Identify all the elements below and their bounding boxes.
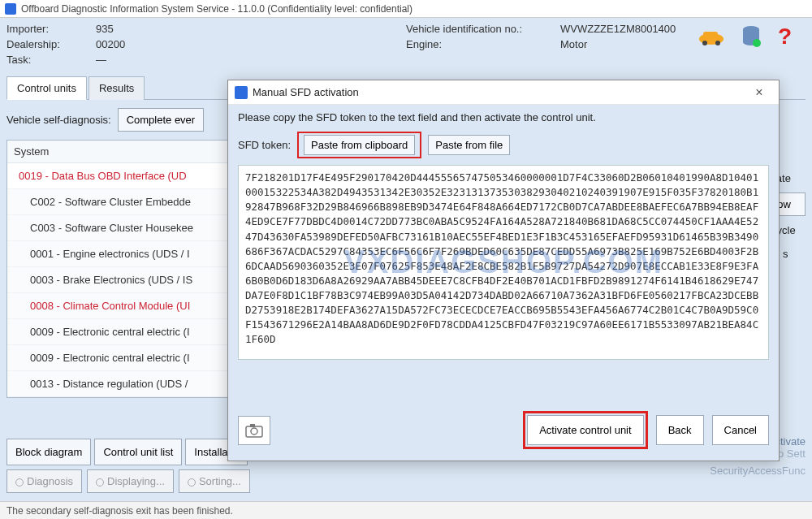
paste-clipboard-button[interactable]: Paste from clipboard xyxy=(304,135,415,155)
diagnosis-button[interactable]: Diagnosis xyxy=(6,469,82,493)
dealership-value: 00200 xyxy=(96,38,125,50)
svg-rect-3 xyxy=(703,32,718,38)
control-unit-list-button[interactable]: Control unit list xyxy=(94,439,182,465)
sorting-button[interactable]: Sorting... xyxy=(179,469,250,493)
close-icon[interactable]: × xyxy=(746,85,772,100)
svg-point-2 xyxy=(715,41,720,45)
list-item[interactable]: C003 - Software Cluster Housekee xyxy=(7,215,233,241)
toolbar-icons: ? xyxy=(697,24,797,49)
importer-label: Importer: xyxy=(6,23,96,35)
sfd-token-textarea[interactable]: 7F218201D17F4E495F290170420D444555657475… xyxy=(238,165,769,360)
dialog-title: Manual SFD activation xyxy=(253,86,359,98)
car-icon[interactable] xyxy=(697,28,726,45)
tab-control-units[interactable]: Control units xyxy=(6,76,87,100)
vin-label: Vehicle identification no.: xyxy=(406,23,560,35)
back-button[interactable]: Back xyxy=(656,415,704,445)
list-item[interactable]: 0003 - Brake Electronics (UDS / IS xyxy=(7,267,233,293)
list-item[interactable]: 0009 - Electronic central electric (I xyxy=(7,345,233,371)
svg-point-10 xyxy=(251,428,257,435)
svg-point-7 xyxy=(753,39,761,47)
task-label: Task: xyxy=(6,54,96,66)
importer-value: 935 xyxy=(96,23,114,35)
activate-control-unit-button[interactable]: Activate control unit xyxy=(527,415,643,445)
svg-text:?: ? xyxy=(778,24,792,49)
grey-bar: Diagnosis Displaying... Sorting... xyxy=(6,469,250,493)
engine-value: Motor xyxy=(560,38,587,50)
tab-results[interactable]: Results xyxy=(89,76,145,100)
cancel-button[interactable]: Cancel xyxy=(712,415,769,445)
paste-file-button[interactable]: Paste from file xyxy=(428,135,510,155)
main-area: ? Importer:935 Vehicle identification no… xyxy=(0,18,812,501)
dialog-icon xyxy=(235,86,248,99)
engine-label: Engine: xyxy=(406,38,560,50)
self-diag-label: Vehicle self-diagnosis: xyxy=(6,114,111,126)
seconds-label: s xyxy=(783,248,788,260)
dealership-label: Dealership: xyxy=(6,38,96,50)
system-list: System 0019 - Data Bus OBD Interface (UD… xyxy=(6,140,234,398)
list-item[interactable]: 0001 - Engine electronics (UDS / I xyxy=(7,241,233,267)
bottom-bar: Block diagram Control unit list Installa… xyxy=(6,439,248,465)
security-access: SecurityAccessFunc xyxy=(710,465,806,477)
status-text: The secondary self-diagnosis exit has be… xyxy=(6,505,233,517)
svg-rect-11 xyxy=(250,424,255,427)
task-value: — xyxy=(96,54,106,66)
system-header: System xyxy=(7,141,233,163)
window-title: Offboard Diagnostic Information System S… xyxy=(21,3,412,15)
window-titlebar: Offboard Diagnostic Information System S… xyxy=(0,0,812,18)
dialog-instruction: Please copy the SFD token to the text fi… xyxy=(238,111,769,123)
screenshot-button[interactable] xyxy=(238,416,270,445)
sfd-activation-dialog: Manual SFD activation × Please copy the … xyxy=(227,80,780,461)
list-item[interactable]: 0008 - Climate Control Module (UI xyxy=(7,293,233,319)
list-item[interactable]: 0013 - Distance regulation (UDS / xyxy=(7,371,233,397)
app-icon xyxy=(5,3,16,15)
complete-button[interactable]: Complete ever xyxy=(118,108,205,132)
list-item[interactable]: 0019 - Data Bus OBD Interface (UD xyxy=(7,163,233,189)
vin-value: WVWZZZE1ZM8001400 xyxy=(560,23,676,35)
list-item[interactable]: C002 - Software Cluster Embedde xyxy=(7,189,233,215)
block-diagram-button[interactable]: Block diagram xyxy=(6,439,91,465)
status-bar: The secondary self-diagnosis exit has be… xyxy=(0,501,812,519)
displaying-button[interactable]: Displaying... xyxy=(87,469,174,493)
sfd-token-label: SFD token: xyxy=(238,139,291,151)
list-item[interactable]: 0009 - Electronic central electric (I xyxy=(7,319,233,345)
svg-point-1 xyxy=(702,41,707,45)
database-icon[interactable] xyxy=(741,25,762,48)
help-icon[interactable]: ? xyxy=(776,24,797,49)
